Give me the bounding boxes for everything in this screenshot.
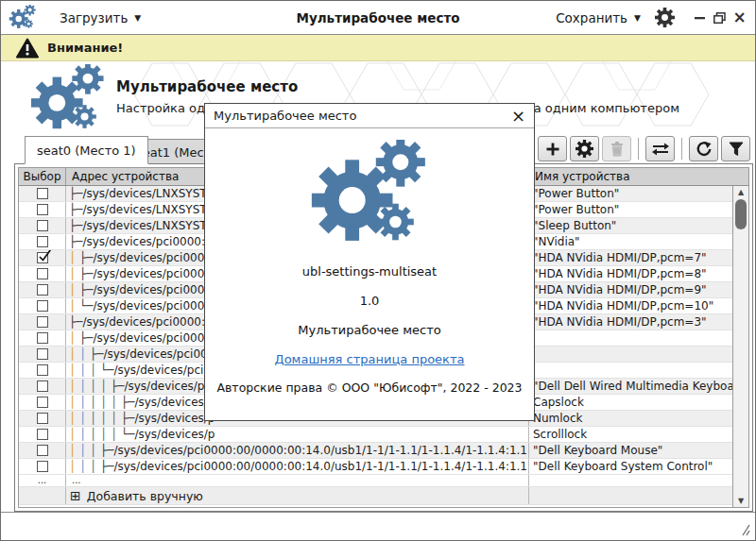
load-menu-label: Загрузить bbox=[60, 10, 128, 25]
name-cell: Scrolllock bbox=[529, 427, 732, 442]
page-title: Мультирабочее место bbox=[116, 78, 298, 95]
select-cell bbox=[19, 186, 66, 201]
add-manually-row[interactable]: ⊞Добавить вручную bbox=[19, 487, 732, 505]
tree-branch: ├─ bbox=[69, 315, 82, 329]
name-cell bbox=[529, 347, 732, 362]
device-checkbox[interactable] bbox=[37, 461, 48, 472]
device-checkbox[interactable] bbox=[37, 236, 48, 247]
gear-icon bbox=[576, 140, 593, 158]
address-cell: │││││└─/sys/devices/p bbox=[66, 427, 529, 442]
plus-box-icon: ⊞ bbox=[70, 489, 81, 502]
device-checkbox[interactable] bbox=[37, 380, 48, 392]
device-checkbox[interactable] bbox=[37, 284, 48, 296]
swap-devices-button[interactable] bbox=[645, 136, 675, 161]
device-checkbox[interactable] bbox=[37, 204, 48, 215]
tab-label: seat0 (Место 1) bbox=[37, 144, 136, 158]
plus-icon bbox=[545, 142, 560, 157]
device-row[interactable]: │││├─/sys/devices/pci0000:00/0000:00:14.… bbox=[19, 443, 732, 459]
device-name: Numlock bbox=[533, 412, 583, 425]
save-menu-button[interactable]: Сохранить ▼ bbox=[548, 7, 648, 29]
device-checkbox[interactable] bbox=[37, 397, 48, 408]
device-path: /sys/devices/pci000 bbox=[103, 347, 215, 361]
name-cell: "Dell Keyboard System Control" bbox=[529, 459, 732, 474]
device-checkbox[interactable] bbox=[37, 188, 48, 199]
device-checkbox[interactable] bbox=[37, 220, 48, 231]
device-name: "Power Button" bbox=[533, 187, 619, 200]
homepage-link[interactable]: Домашняя страница проекта bbox=[275, 352, 465, 366]
device-name: "Dell Keyboard Mouse" bbox=[533, 444, 662, 457]
device-checkbox[interactable] bbox=[37, 252, 48, 263]
settings-gear-button[interactable] bbox=[652, 6, 677, 30]
vertical-scrollbar[interactable]: ▲ ▼ bbox=[732, 186, 748, 507]
name-cell: "Power Button" bbox=[529, 186, 732, 201]
status-bar bbox=[1, 512, 755, 540]
select-cell bbox=[19, 427, 66, 442]
chevron-down-icon: ▼ bbox=[134, 13, 141, 23]
dialog-close-button[interactable]: × bbox=[511, 108, 525, 125]
device-checkbox[interactable] bbox=[37, 300, 48, 312]
select-cell bbox=[19, 459, 66, 474]
name-cell: "Dell Dell Wired Multimedia Keyboard" bbox=[529, 379, 732, 394]
device-checkbox[interactable] bbox=[37, 316, 48, 328]
close-button[interactable]: × bbox=[731, 8, 747, 27]
load-menu-button[interactable]: Загрузить ▼ bbox=[52, 7, 148, 29]
dialog-body: ubl-settings-multiseat 1.0 Мультирабочее… bbox=[205, 128, 534, 395]
column-header-select[interactable]: Выбор bbox=[19, 168, 66, 185]
device-path: /sys/devices/pc bbox=[124, 380, 211, 393]
column-header-name[interactable]: Имя устройства bbox=[529, 168, 748, 185]
select-cell bbox=[19, 218, 66, 233]
select-cell bbox=[19, 250, 66, 265]
undo-icon bbox=[696, 141, 713, 158]
name-cell: "Dell Keyboard Mouse" bbox=[529, 443, 732, 458]
reset-button[interactable] bbox=[689, 136, 718, 161]
device-name: "HDA NVidia HDMI/DP,pcm=8" bbox=[533, 267, 707, 280]
dialog-title: Мультирабочее место bbox=[214, 109, 356, 123]
tree-branch: │├─ bbox=[69, 331, 93, 345]
scroll-down-icon[interactable]: ▼ bbox=[733, 497, 748, 505]
device-checkbox[interactable] bbox=[37, 429, 48, 440]
tab-seat0[interactable]: seat0 (Место 1) bbox=[25, 136, 148, 164]
select-cell bbox=[19, 411, 66, 426]
tree-branch: │├─ bbox=[69, 267, 93, 280]
device-checkbox[interactable] bbox=[37, 445, 48, 456]
select-cell bbox=[19, 298, 66, 313]
select-cell bbox=[19, 363, 66, 378]
device-toolbar bbox=[538, 136, 750, 161]
minimize-button[interactable] bbox=[692, 8, 708, 27]
tree-branch: │││└─ bbox=[69, 363, 113, 377]
tree-branch: │││││├─ bbox=[69, 412, 134, 425]
add-device-button[interactable] bbox=[538, 136, 567, 161]
tree-branch: │└─ bbox=[69, 299, 93, 313]
device-checkbox[interactable] bbox=[37, 332, 48, 344]
device-checkbox[interactable] bbox=[37, 268, 48, 279]
tree-branch: │├─ bbox=[69, 251, 93, 264]
gear-icon bbox=[655, 8, 675, 27]
tree-branch: ││││├─ bbox=[69, 380, 124, 393]
scrollbar-thumb[interactable] bbox=[735, 199, 747, 229]
device-settings-button[interactable] bbox=[570, 136, 599, 161]
device-checkbox[interactable] bbox=[37, 413, 48, 424]
resize-grip-icon[interactable] bbox=[737, 524, 750, 536]
device-path: /sys/devices/pci0 bbox=[113, 363, 211, 377]
toolbar-separator bbox=[638, 138, 639, 160]
more-row: ...... bbox=[19, 475, 732, 487]
device-row[interactable]: │││││└─/sys/devices/p Scrolllock bbox=[19, 427, 732, 443]
device-name: "Dell Dell Wired Multimedia Keyboard" bbox=[533, 380, 732, 393]
tree-branch: │││││└─ bbox=[69, 428, 134, 441]
scroll-up-icon[interactable]: ▲ bbox=[733, 188, 748, 196]
app-version: 1.0 bbox=[360, 294, 380, 308]
delete-device-button[interactable] bbox=[602, 136, 631, 161]
device-path: /sys/devices/p bbox=[134, 412, 215, 425]
device-row[interactable]: │││├─/sys/devices/pci0000:00/0000:00:14.… bbox=[19, 459, 732, 475]
device-checkbox[interactable] bbox=[37, 348, 48, 360]
app-window: Загрузить ▼ Мультирабочее место Сохранит… bbox=[0, 0, 756, 541]
device-checkbox[interactable] bbox=[37, 364, 48, 376]
filter-button[interactable] bbox=[721, 136, 750, 161]
device-name: "Dell Keyboard System Control" bbox=[533, 460, 713, 473]
add-manually-label: Добавить вручную bbox=[87, 489, 203, 503]
tree-branch: ││├─ bbox=[69, 347, 103, 361]
name-cell: "HDA NVidia HDMI/DP,pcm=7" bbox=[529, 250, 732, 265]
select-cell bbox=[19, 202, 66, 217]
maximize-button[interactable] bbox=[712, 8, 728, 27]
device-name: "HDA NVidia HDMI/DP,pcm=9" bbox=[533, 283, 707, 296]
